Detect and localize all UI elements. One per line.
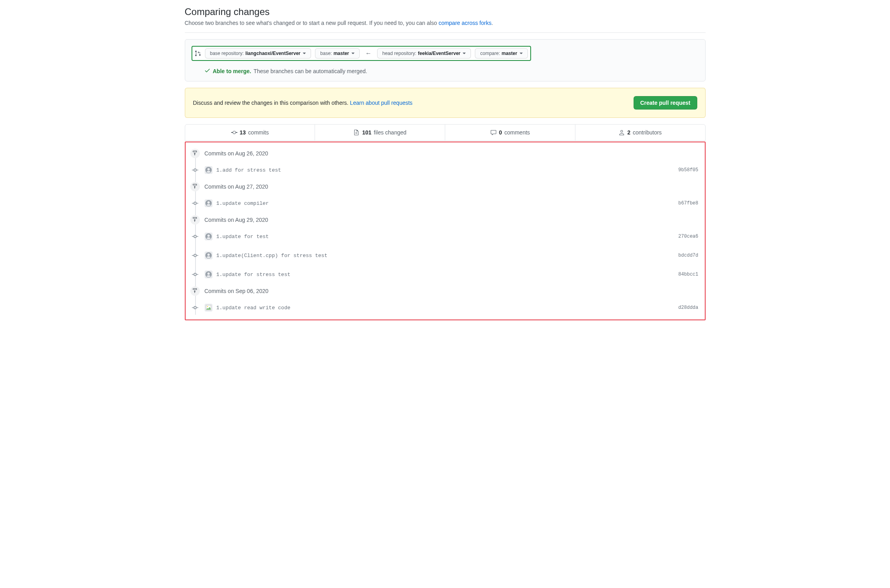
commit-message[interactable]: 1.update compiler: [216, 200, 679, 206]
commits-label: commits: [248, 129, 269, 136]
commit-row[interactable]: 1.update for stress test84bbcc1: [200, 267, 700, 282]
commit-date-group: Commits on Aug 27, 20201.update compiler…: [200, 183, 700, 210]
file-diff-icon: [353, 129, 360, 136]
merge-rest-text: These branches can be automatically merg…: [254, 68, 367, 74]
avatar-icon: [205, 233, 212, 240]
page-title: Comparing changes: [185, 6, 706, 17]
commit-dot-icon: [192, 200, 198, 206]
commit-dot-icon: [192, 233, 198, 240]
people-icon: [619, 129, 625, 136]
page-desc: Choose two branches to see what's change…: [185, 20, 706, 26]
commit-date-group: Commits on Sep 06, 20201.update read wri…: [200, 288, 700, 315]
commit-sha[interactable]: 84bbcc1: [678, 272, 700, 277]
commit-message[interactable]: 1.update read write code: [216, 305, 679, 311]
repo-push-icon: [190, 215, 200, 225]
commit-message[interactable]: 1.add for stress test: [216, 167, 679, 173]
pr-banner-text: Discuss and review the changes in this c…: [193, 100, 413, 106]
commit-date-text: Commits on Aug 26, 2020: [205, 150, 268, 157]
caret-down-icon: [351, 53, 355, 54]
avatar-icon: [205, 200, 212, 206]
commit-message[interactable]: 1.update for test: [216, 234, 679, 240]
commit-row[interactable]: 1.update compilerb67fbe8: [200, 196, 700, 210]
range-row-highlight: base repository: liangchaoxi/EventServer…: [192, 46, 531, 61]
commit-dot-icon: [192, 271, 198, 278]
commit-date-group: Commits on Aug 29, 20201.update for test…: [200, 217, 700, 282]
merge-status: Able to merge. These branches can be aut…: [204, 67, 699, 75]
commit-message[interactable]: 1.update for stress test: [216, 272, 679, 278]
diff-tabs: 13 commits 101 files changed 0 comments …: [185, 124, 706, 141]
page-desc-text: Choose two branches to see what's change…: [185, 20, 439, 26]
commit-dot-icon: [192, 252, 198, 259]
tab-files[interactable]: 101 files changed: [315, 125, 445, 140]
commit-author-avatar[interactable]: [205, 270, 213, 278]
base-repo-selector[interactable]: base repository: liangchaoxi/EventServer: [205, 48, 311, 59]
learn-pr-link[interactable]: Learn about pull requests: [350, 100, 412, 106]
base-repo-value: liangchaoxi/EventServer: [245, 51, 300, 56]
create-pr-button[interactable]: Create pull request: [634, 96, 697, 110]
divider: [185, 32, 706, 33]
commit-date-header: Commits on Aug 27, 2020: [200, 183, 700, 190]
base-branch-value: master: [334, 51, 349, 56]
commit-author-avatar[interactable]: [205, 166, 213, 174]
commit-sha[interactable]: 9b58f05: [678, 167, 700, 173]
compare-forks-link[interactable]: compare across forks: [438, 20, 491, 26]
commit-dot-icon: [192, 167, 198, 173]
commit-date-header: Commits on Sep 06, 2020: [200, 288, 700, 294]
tab-contributors[interactable]: 2 contributors: [575, 125, 705, 140]
comments-label: comments: [504, 129, 530, 136]
commit-sha[interactable]: b67fbe8: [678, 200, 700, 206]
commit-date-group: Commits on Aug 26, 20201.add for stress …: [200, 150, 700, 177]
head-repo-label: head repository:: [382, 51, 416, 56]
comment-icon: [490, 129, 497, 136]
commit-sha[interactable]: d28ddda: [678, 305, 700, 310]
contributors-count: 2: [627, 129, 630, 136]
merge-able-text: Able to merge.: [213, 68, 251, 74]
caret-down-icon: [303, 53, 306, 54]
files-count: 101: [362, 129, 371, 136]
check-icon: [204, 67, 211, 75]
commit-row[interactable]: 1.add for stress test9b58f05: [200, 163, 700, 177]
tab-comments[interactable]: 0 comments: [445, 125, 575, 140]
commit-sha[interactable]: bdcdd7d: [678, 253, 700, 258]
contributors-label: contributors: [633, 129, 662, 136]
commit-sha[interactable]: 270cea6: [678, 234, 700, 239]
head-repo-selector[interactable]: head repository: feekia/EventServer: [377, 48, 471, 59]
base-branch-label: base:: [320, 51, 332, 56]
commit-row[interactable]: 1.update read write coded28ddda: [200, 301, 700, 315]
repo-push-icon: [190, 182, 200, 191]
commit-date-text: Commits on Aug 27, 2020: [205, 183, 268, 190]
commit-row[interactable]: 1.update for test270cea6: [200, 229, 700, 244]
compare-label: compare:: [480, 51, 500, 56]
pr-banner-pre: Discuss and review the changes in this c…: [193, 100, 350, 106]
commit-author-avatar[interactable]: [205, 251, 213, 259]
git-commit-icon: [231, 129, 237, 136]
pr-banner: Discuss and review the changes in this c…: [185, 88, 706, 118]
base-branch-selector[interactable]: base: master: [315, 48, 360, 59]
compare-value: master: [502, 51, 517, 56]
commit-author-avatar[interactable]: [205, 233, 213, 240]
commit-author-avatar[interactable]: [205, 304, 213, 312]
caret-down-icon: [463, 53, 466, 54]
commits-timeline-highlight: Commits on Aug 26, 20201.add for stress …: [185, 142, 706, 320]
caret-down-icon: [520, 53, 523, 54]
git-compare-icon: [195, 50, 201, 57]
commit-date-header: Commits on Aug 26, 2020: [200, 150, 700, 157]
base-repo-label: base repository:: [210, 51, 244, 56]
files-label: files changed: [374, 129, 407, 136]
broken-image-icon: [206, 305, 211, 310]
repo-push-icon: [190, 286, 200, 296]
commit-date-text: Commits on Aug 29, 2020: [205, 217, 268, 223]
tab-commits[interactable]: 13 commits: [185, 125, 315, 140]
arrow-left-icon: ←: [364, 50, 373, 57]
page-desc-post: .: [491, 20, 493, 26]
head-repo-value: feekia/EventServer: [418, 51, 460, 56]
commit-date-header: Commits on Aug 29, 2020: [200, 217, 700, 223]
commit-author-avatar[interactable]: [205, 199, 213, 207]
commits-timeline: Commits on Aug 26, 20201.add for stress …: [190, 150, 700, 315]
avatar-icon: [205, 252, 212, 259]
commit-message[interactable]: 1.update(Client.cpp) for stress test: [216, 253, 679, 259]
compare-branch-selector[interactable]: compare: master: [475, 48, 528, 59]
commit-row[interactable]: 1.update(Client.cpp) for stress testbdcd…: [200, 248, 700, 263]
range-editor: base repository: liangchaoxi/EventServer…: [185, 39, 706, 81]
avatar-icon: [205, 167, 212, 173]
